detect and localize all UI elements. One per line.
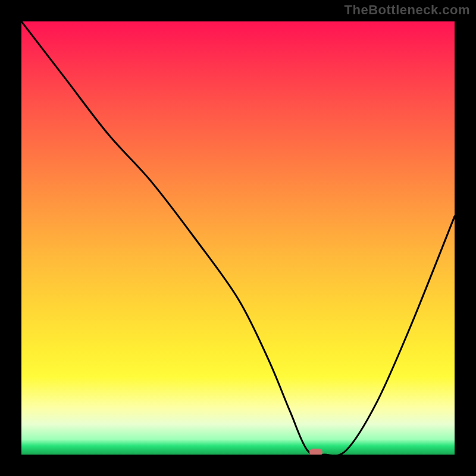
- curve-svg: [21, 21, 455, 455]
- watermark-text: TheBottleneck.com: [345, 2, 470, 18]
- bottleneck-marker: [309, 449, 322, 455]
- chart-frame: TheBottleneck.com: [0, 0, 476, 476]
- plot-area: [21, 21, 455, 455]
- curve-path: [21, 21, 455, 455]
